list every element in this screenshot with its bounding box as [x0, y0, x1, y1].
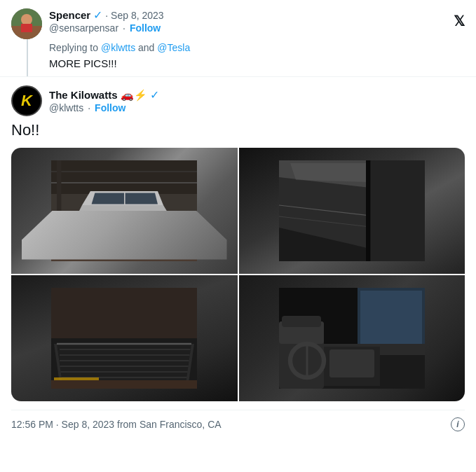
svg-marker-9 — [68, 205, 180, 247]
spencer-follow-button[interactable]: Follow — [130, 22, 161, 34]
kilowatts-user-info: The Kilowatts 🚗⚡ ✓ @klwtts · Follow — [49, 88, 465, 113]
svg-point-15 — [143, 235, 168, 259]
timestamp: 12:56 PM · Sep 8, 2023 from San Francisc… — [11, 419, 222, 430]
second-tweet-container: K The Kilowatts 🚗⚡ ✓ @klwtts · Follow No… — [0, 77, 476, 438]
kilowatts-avatar[interactable]: K — [11, 85, 42, 116]
reply-klwtts-link[interactable]: @klwtts — [101, 42, 135, 53]
dot-sep-2: · — [123, 22, 125, 34]
kilowatts-follow-button[interactable]: Follow — [95, 102, 125, 113]
spencer-date: Sep 8, 2023 — [111, 10, 164, 21]
image-grid — [11, 148, 465, 401]
dot-sep-1: · — [105, 10, 108, 21]
svg-rect-40 — [54, 377, 99, 380]
first-tweet-header: Spencer ✓ · Sep 8, 2023 @sensarpensar · … — [11, 8, 465, 39]
svg-point-2 — [21, 14, 32, 25]
kilowatts-header: K The Kilowatts 🚗⚡ ✓ @klwtts · Follow — [11, 85, 465, 116]
svg-rect-5 — [51, 160, 197, 194]
svg-point-14 — [86, 239, 101, 254]
image-truck-bed[interactable] — [11, 275, 238, 401]
kilowatts-emojis: 🚗⚡ — [121, 89, 147, 102]
kilowatts-username: The Kilowatts — [49, 89, 118, 101]
kilowatts-handle: @klwtts — [49, 102, 83, 113]
spencer-verified-icon: ✓ — [93, 8, 102, 22]
spencer-username: Spencer — [49, 9, 90, 21]
reply-tesla-link[interactable]: @Tesla — [157, 42, 190, 53]
svg-rect-39 — [51, 380, 197, 389]
svg-rect-43 — [360, 291, 422, 347]
svg-rect-25 — [369, 160, 425, 261]
svg-rect-3 — [21, 24, 32, 32]
k-logo: K — [21, 92, 32, 110]
replying-to-text: Replying to @klwtts and @Tesla — [49, 42, 465, 53]
image-interior[interactable] — [239, 275, 465, 401]
svg-rect-17 — [51, 250, 197, 261]
spencer-avatar[interactable] — [11, 8, 42, 39]
svg-rect-26 — [366, 160, 370, 261]
info-icon[interactable]: i — [451, 417, 465, 431]
x-logo: 𝕏 — [454, 13, 465, 29]
spencer-tweet-text: MORE PICS!!! — [49, 56, 465, 71]
svg-rect-8 — [57, 160, 61, 261]
svg-point-13 — [81, 235, 106, 259]
svg-marker-11 — [92, 193, 124, 204]
tweet-footer: 12:56 PM · Sep 8, 2023 from San Francisc… — [11, 410, 465, 438]
svg-rect-47 — [329, 349, 374, 377]
kilowatts-verified-icon: ✓ — [150, 88, 159, 102]
svg-rect-28 — [51, 288, 197, 338]
spencer-user-info: Spencer ✓ · Sep 8, 2023 @sensarpensar · … — [49, 8, 465, 34]
svg-rect-50 — [282, 316, 321, 327]
dot-sep-3: · — [88, 102, 90, 113]
image-roof-detail[interactable] — [239, 148, 465, 274]
image-cybertruck-front[interactable] — [11, 148, 238, 274]
spencer-handle: @sensarpensar — [49, 22, 118, 34]
svg-point-16 — [147, 239, 163, 254]
thread-line — [27, 39, 28, 76]
svg-marker-12 — [125, 193, 158, 204]
kilowatts-tweet-text: No!! — [11, 120, 465, 141]
